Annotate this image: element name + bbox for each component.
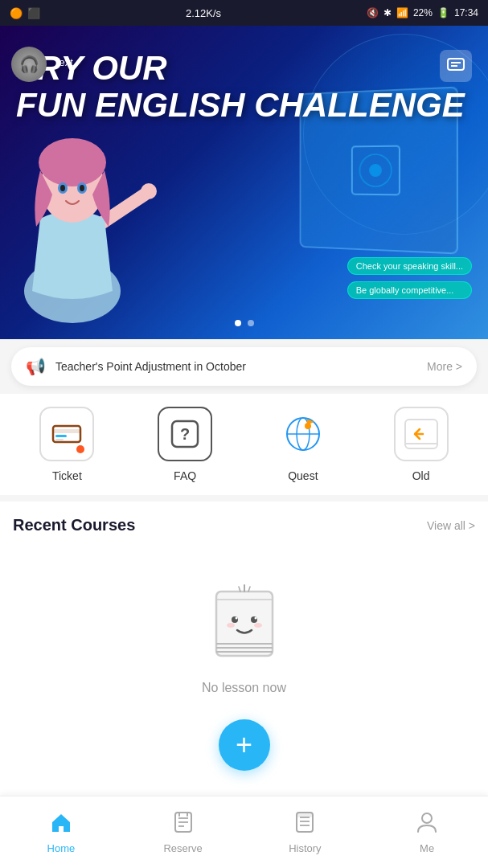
quick-item-old[interactable]: Old bbox=[389, 407, 453, 482]
svg-rect-52 bbox=[297, 813, 313, 817]
svg-rect-18 bbox=[55, 439, 64, 440]
quest-label: Quest bbox=[288, 469, 318, 482]
plus-icon: + bbox=[236, 731, 252, 760]
recent-courses-title: Recent Courses bbox=[13, 516, 135, 534]
svg-rect-28 bbox=[216, 592, 273, 656]
mute-icon: 🔇 bbox=[367, 7, 379, 18]
history-label: History bbox=[289, 842, 321, 854]
bluetooth-icon: ✱ bbox=[383, 7, 392, 18]
me-icon bbox=[416, 811, 437, 839]
nav-me[interactable]: Me bbox=[366, 805, 488, 861]
view-all-button[interactable]: View all > bbox=[427, 519, 475, 532]
home-icon bbox=[50, 811, 72, 839]
banner-text-label: text bbox=[56, 56, 73, 68]
battery-percent: 22% bbox=[413, 7, 433, 18]
status-bar: 🟠 ⬛ 2.12K/s 🔇 ✱ 📶 22% 🔋 17:34 bbox=[0, 0, 488, 26]
svg-point-37 bbox=[254, 623, 262, 628]
home-label: Home bbox=[47, 842, 76, 854]
clock: 17:34 bbox=[454, 7, 478, 18]
status-speed: 2.12K/s bbox=[186, 7, 221, 19]
nav-history[interactable]: History bbox=[244, 805, 367, 861]
svg-point-10 bbox=[39, 138, 106, 186]
nav-reserve[interactable]: Reserve bbox=[122, 805, 244, 861]
no-lesson-text: No lesson now bbox=[202, 681, 286, 695]
old-label: Old bbox=[412, 469, 430, 482]
banner-character bbox=[0, 98, 185, 323]
svg-point-53 bbox=[422, 813, 432, 823]
add-course-button[interactable]: + bbox=[219, 719, 270, 771]
app-icon-2: ⬛ bbox=[27, 7, 40, 19]
quick-item-ticket[interactable]: Ticket bbox=[35, 407, 99, 482]
notification-bar[interactable]: 📢 Teacher's Point Adjustment in October … bbox=[11, 347, 477, 386]
quest-icon-box bbox=[276, 407, 330, 461]
svg-text:?: ? bbox=[180, 425, 190, 443]
quick-icons-section: Ticket ? FAQ bbox=[0, 394, 488, 495]
svg-point-13 bbox=[60, 185, 65, 191]
faq-icon-box: ? bbox=[158, 407, 212, 461]
quick-item-faq[interactable]: ? FAQ bbox=[153, 407, 217, 482]
reserve-label: Reserve bbox=[163, 842, 202, 854]
svg-point-34 bbox=[235, 617, 237, 620]
faq-label: FAQ bbox=[174, 469, 196, 482]
ticket-label: Ticket bbox=[52, 469, 82, 482]
notification-text: Teacher's Point Adjustment in October bbox=[55, 360, 246, 373]
badge-2: Be globally competitive... bbox=[347, 281, 472, 299]
banner-badges: Check your speaking skill... Be globally… bbox=[347, 257, 472, 299]
notif-left: 📢 Teacher's Point Adjustment in October bbox=[26, 357, 246, 376]
quick-item-quest[interactable]: Quest bbox=[271, 407, 335, 482]
bottom-navigation: Home Reserve History bbox=[0, 796, 488, 868]
badge-1: Check your speaking skill... bbox=[347, 257, 472, 275]
empty-book-icon bbox=[196, 571, 293, 668]
more-button[interactable]: More > bbox=[427, 360, 462, 373]
svg-rect-16 bbox=[53, 429, 80, 433]
status-left: 🟠 ⬛ bbox=[10, 7, 40, 19]
ticket-notification-dot bbox=[76, 445, 84, 453]
me-label: Me bbox=[420, 842, 434, 854]
svg-point-14 bbox=[80, 185, 84, 191]
dot-1[interactable] bbox=[235, 320, 241, 326]
svg-point-36 bbox=[227, 623, 235, 628]
banner-pagination bbox=[235, 320, 254, 326]
status-right: 🔇 ✱ 📶 22% 🔋 17:34 bbox=[367, 7, 478, 18]
recent-courses-section: Recent Courses View all > bbox=[0, 502, 488, 801]
wifi-icon: 📶 bbox=[396, 7, 408, 18]
hero-banner[interactable]: 🎧 text TRY OUR FUN ENGLISH CHALLENGE bbox=[0, 26, 488, 339]
svg-point-35 bbox=[254, 617, 256, 620]
nav-home[interactable]: Home bbox=[0, 805, 122, 861]
app-icon-1: 🟠 bbox=[10, 7, 23, 19]
reserve-icon bbox=[173, 811, 194, 839]
main-content: 🎧 text TRY OUR FUN ENGLISH CHALLENGE bbox=[0, 26, 488, 868]
svg-rect-0 bbox=[448, 59, 464, 70]
ticket-icon-box bbox=[39, 407, 94, 461]
chat-icon[interactable] bbox=[440, 50, 472, 82]
avatar-icon: 🎧 bbox=[19, 55, 39, 74]
svg-rect-17 bbox=[55, 435, 67, 437]
svg-point-8 bbox=[141, 183, 157, 199]
svg-point-5 bbox=[369, 164, 382, 177]
no-lesson-area: No lesson now + bbox=[13, 547, 475, 787]
battery-icon: 🔋 bbox=[437, 7, 449, 18]
avatar[interactable]: 🎧 bbox=[11, 47, 47, 82]
recent-header: Recent Courses View all > bbox=[13, 516, 475, 534]
old-icon-box bbox=[394, 407, 449, 461]
history-icon bbox=[294, 811, 315, 839]
banner-title: TRY OUR FUN ENGLISH CHALLENGE bbox=[16, 50, 465, 124]
dot-2[interactable] bbox=[248, 320, 254, 326]
speaker-icon: 📢 bbox=[26, 357, 46, 376]
